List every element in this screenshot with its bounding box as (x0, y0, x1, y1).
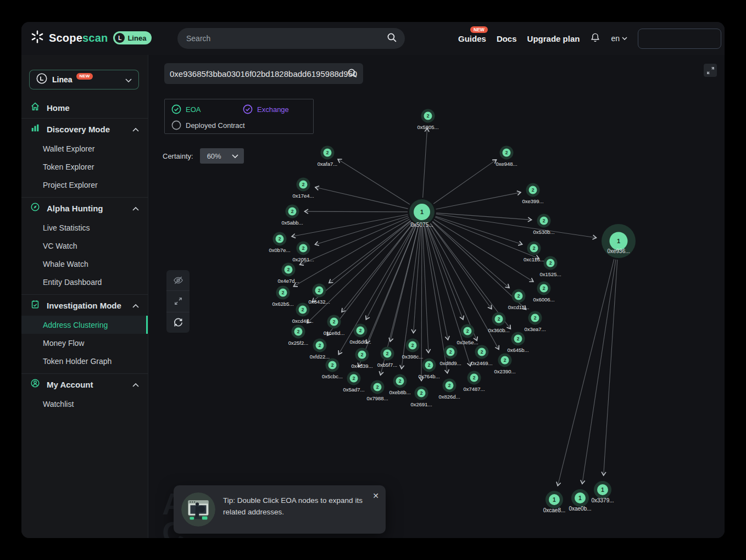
graph-node[interactable]: 20x0b7e... (269, 232, 290, 254)
address-search-field[interactable] (164, 63, 363, 84)
graph-node[interactable]: 20xafa7... (318, 146, 337, 167)
graph-node[interactable]: 20x7988... (366, 380, 388, 402)
graph-node[interactable]: 20x6432... (308, 284, 330, 305)
legend-exchange-checkbox[interactable]: Exchange (243, 104, 289, 114)
graph-node[interactable]: 20x62b5... (272, 286, 293, 307)
certainty-control: Certainty: 60% (163, 148, 244, 164)
sidebar-item-label: Home (47, 103, 70, 113)
sidebar-item-token-explorer[interactable]: Token Explorer (21, 158, 148, 176)
graph-node[interactable]: 10x3379... (591, 481, 614, 503)
chain-selector[interactable]: Linea NEW (29, 70, 139, 89)
graph-node[interactable]: 20xcd48... (292, 303, 314, 324)
nav-guides[interactable]: Guides NEW (458, 34, 486, 43)
graph-node[interactable]: 20x2390... (494, 354, 515, 375)
fullscreen-button[interactable] (704, 64, 717, 77)
fit-view-button[interactable] (166, 290, 190, 311)
refresh-button[interactable] (166, 312, 190, 333)
sidebar-item-token-holder-graph[interactable]: Token Holder Graph (21, 352, 148, 370)
graph-node[interactable]: 10x5075... (409, 199, 435, 228)
graph-edge (582, 260, 616, 484)
graph-node[interactable]: 20x3e5e... (456, 324, 478, 346)
graph-node-label: 0x5ad7... (343, 387, 364, 393)
graph-node[interactable]: 20x645b... (507, 332, 528, 354)
graph-node-label: 0x6006... (533, 296, 554, 303)
graph-node[interactable]: 20x2469... (471, 345, 492, 367)
search-icon[interactable] (347, 68, 358, 81)
global-search-input[interactable] (186, 34, 387, 43)
top-header: Scopescan L Linea Guides NEW Docs Upgrad… (21, 22, 725, 55)
graph-node-badge: 2 (291, 209, 294, 214)
graph-node[interactable]: 20xb5f7... (377, 347, 397, 368)
graph-node-label: 0x764b... (418, 373, 439, 379)
graph-node[interactable]: 20xfd22... (310, 339, 330, 360)
graph-node[interactable]: 10xae0b... (569, 489, 591, 512)
connect-wallet-button[interactable] (638, 29, 721, 49)
graph-node[interactable]: 20xeb8b... (389, 374, 410, 396)
sidebar-item-alpha-hunting[interactable]: Alpha Hunting (21, 198, 148, 219)
graph-node[interactable]: 20xc116... (524, 242, 544, 263)
graph-node[interactable]: 20x25f2... (288, 325, 308, 346)
sidebar-item-whale-watch[interactable]: Whale Watch (21, 255, 148, 273)
sidebar-item-my-account[interactable]: My Account (21, 374, 148, 395)
graph-node[interactable]: 20x6006... (533, 282, 554, 303)
graph-node[interactable]: 20x5ad7... (343, 372, 364, 393)
graph-node[interactable]: 20xcd15... (508, 289, 530, 311)
sidebar-item-home[interactable]: Home (21, 97, 148, 118)
graph-node[interactable]: 20xd6d6... (349, 324, 371, 345)
graph-node[interactable]: 20x4e7d... (277, 263, 299, 284)
graph-edge (436, 214, 597, 238)
close-icon[interactable]: ✕ (372, 492, 379, 500)
graph-node[interactable]: 10xe936... (602, 224, 636, 258)
graph-node[interactable]: 20x7487... (463, 371, 485, 393)
sidebar-item-wallet-explorer[interactable]: Wallet Explorer (21, 139, 148, 158)
graph-node[interactable]: 20x2051... (292, 242, 314, 263)
graph-node[interactable]: 20xe948... (496, 146, 517, 167)
graph-node-label: 0xae0b... (569, 506, 591, 512)
graph-node-label: 0xe948... (496, 161, 517, 167)
bell-icon[interactable] (590, 32, 600, 45)
graph-node[interactable]: 20x826d... (438, 379, 460, 400)
graph-node[interactable]: 20x5805... (417, 109, 438, 131)
graph-edge (423, 128, 427, 198)
brand[interactable]: Scopescan L Linea (30, 30, 152, 46)
global-search[interactable] (177, 28, 405, 49)
sidebar-item-project-explorer[interactable]: Project Explorer (21, 176, 148, 194)
graph-node[interactable]: 20x2691... (410, 387, 432, 408)
graph-node[interactable]: 20x17e4... (292, 178, 314, 199)
nav-upgrade-plan[interactable]: Upgrade plan (527, 34, 580, 43)
graph-node-badge: 2 (359, 328, 362, 333)
graph-node[interactable]: 20xe399... (522, 183, 543, 205)
graph-node[interactable]: 20xd8d9... (439, 345, 461, 367)
sidebar-item-entity-dashboard[interactable]: Entity Dashboard (21, 273, 148, 291)
graph-edge (342, 223, 413, 312)
sidebar-item-discovery-mode[interactable]: Discovery Mode (21, 119, 148, 139)
graph-node[interactable]: 20x530b... (533, 214, 554, 236)
sidebar-item-live-statistics[interactable]: Live Statistics (21, 219, 148, 237)
graph-node[interactable]: 20x4d39... (351, 348, 372, 369)
sidebar-item-address-clustering[interactable]: Address Clustering (21, 316, 148, 334)
hide-labels-button[interactable] (166, 270, 190, 290)
checked-circle-icon (243, 104, 253, 114)
sidebar-section-alpha-hunting: Alpha HuntingLive StatisticsVC WatchWhal… (21, 197, 148, 294)
graph-edge (427, 225, 463, 320)
certainty-dropdown[interactable]: 60% (200, 148, 244, 164)
nav-docs[interactable]: Docs (497, 34, 517, 43)
sidebar-item-vc-watch[interactable]: VC Watch (21, 237, 148, 255)
address-input[interactable] (164, 63, 363, 84)
sidebar-item-money-flow[interactable]: Money Flow (21, 334, 148, 352)
graph-node[interactable]: 20xce8d... (324, 315, 345, 337)
chain-badge: L Linea (113, 31, 152, 44)
language-selector[interactable]: en (611, 34, 627, 43)
graph-node[interactable]: 20x360b... (488, 312, 509, 334)
graph-node[interactable]: 10xcae8... (543, 491, 566, 513)
sidebar: Linea NEW HomeDiscovery ModeWallet Explo… (21, 55, 148, 538)
legend-deployed-contract-checkbox[interactable]: Deployed Contract (171, 120, 245, 130)
legend-eoa-checkbox[interactable]: EOA (171, 104, 201, 114)
sidebar-item-watchlist[interactable]: Watchlist (21, 395, 148, 413)
graph-node-label: 0x2469... (471, 360, 492, 366)
chevron-up-icon (132, 379, 139, 389)
sidebar-item-investigation-mode[interactable]: Investigation Mode (21, 295, 148, 316)
graph-node[interactable]: 20x5cbc... (322, 359, 343, 380)
graph-node[interactable]: 20x5abb... (281, 205, 303, 226)
graph-node[interactable]: 20x3ea7... (524, 311, 545, 333)
